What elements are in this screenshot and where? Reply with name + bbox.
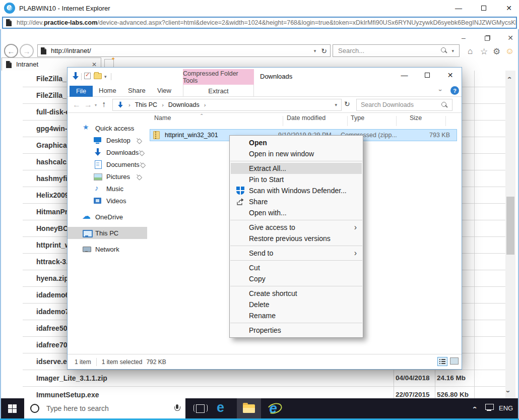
sidebar-item[interactable]: Pictures (68, 170, 147, 183)
column-header-type[interactable]: Type (351, 114, 364, 122)
sidebar-item[interactable]: Downloads (68, 146, 147, 158)
sidebar-item[interactable]: OneDrive (68, 211, 147, 223)
close-button[interactable]: ✕ (499, 2, 519, 15)
outer-address-bar[interactable]: http://dev.practice-labs.com/device-adva… (2, 17, 517, 29)
file-link[interactable]: idademo7 (36, 308, 69, 316)
file-link[interactable]: httrack-3. (36, 258, 68, 266)
file-link[interactable]: Imager_Lite_3.1.1.zip (36, 374, 107, 382)
file-link[interactable]: hashmyfil (36, 174, 69, 183)
context-menu-item[interactable]: Share › (231, 196, 362, 207)
context-menu-item[interactable]: › (230, 286, 362, 286)
scroll-up-icon[interactable]: › (504, 77, 513, 79)
context-menu-item[interactable]: Delete › (231, 299, 362, 310)
column-header-date[interactable]: Date modified (287, 114, 326, 122)
edge-icon[interactable]: e (217, 400, 224, 415)
context-menu-item[interactable]: Send to › (231, 248, 362, 259)
file-link[interactable]: Helix2009 (36, 191, 69, 199)
file-link[interactable]: ImmunetSetup.exe (36, 391, 99, 398)
back-button[interactable]: ← (4, 44, 18, 58)
sidebar-item[interactable]: Quick access (68, 122, 147, 134)
feedback-smiley-icon[interactable]: ☺ (505, 46, 514, 56)
task-view-icon[interactable] (193, 403, 207, 414)
context-menu-item[interactable]: Give access to › (231, 222, 362, 233)
file-link[interactable]: httprint_w (36, 241, 71, 249)
breadcrumb-downloads[interactable]: Downloads (168, 101, 200, 108)
column-header-size[interactable]: Size (410, 114, 422, 122)
ribbon-tab-home[interactable]: Home (99, 87, 116, 94)
file-link[interactable]: gpg4win- (36, 125, 67, 133)
sidebar-item[interactable]: This PC (68, 227, 147, 239)
file-list-row[interactable]: Imager_Lite_3.1.1.zip 04/04/2018 24.16 M… (23, 370, 505, 387)
file-link[interactable]: HoneyBO (36, 224, 69, 232)
file-link[interactable]: hyena.zip (36, 274, 69, 282)
column-divider[interactable] (347, 116, 348, 126)
taskbar-chevron-up-icon[interactable]: › (470, 406, 478, 409)
sidebar-item[interactable]: Music (68, 183, 147, 195)
column-divider[interactable] (283, 116, 283, 126)
details-view-icon[interactable] (437, 357, 447, 366)
breadcrumb-this-pc[interactable]: This PC (135, 101, 157, 108)
context-menu-item[interactable]: Open › (231, 137, 362, 148)
context-menu-item[interactable]: Open in new window › (231, 148, 362, 159)
taskbar-search-box[interactable]: Type here to search (24, 398, 185, 418)
thumbnail-view-icon[interactable] (450, 357, 459, 365)
file-link[interactable]: FileZilla_ (36, 91, 67, 99)
context-menu-item[interactable]: › (230, 220, 362, 220)
microphone-icon[interactable] (174, 404, 179, 412)
explorer-close-button[interactable]: ✕ (439, 69, 462, 82)
context-menu-item[interactable]: Scan with Windows Defender... › (231, 185, 362, 196)
search-icon[interactable] (441, 102, 448, 108)
context-menu-item[interactable]: Open with... › (231, 207, 362, 218)
explorer-search-box[interactable]: Search Downloads (356, 99, 452, 111)
nav-back-icon[interactable]: ← (73, 100, 81, 109)
context-menu-item[interactable]: Rename › (231, 310, 362, 321)
ribbon-tab-file[interactable]: File (70, 86, 93, 97)
taskbar-internet-explorer-icon[interactable]: e (261, 398, 285, 418)
context-menu-item[interactable]: › (230, 161, 362, 161)
nav-forward-icon[interactable]: → (84, 100, 92, 109)
file-link[interactable]: Graphica (36, 141, 67, 149)
column-divider[interactable] (396, 116, 397, 126)
nav-up-icon[interactable]: ↑ (102, 100, 106, 109)
file-link[interactable]: full-disk-e (36, 108, 70, 116)
settings-gear-icon[interactable]: ⚙ (493, 46, 500, 57)
start-button[interactable] (0, 398, 24, 418)
context-menu-item[interactable]: › (230, 246, 362, 246)
file-link[interactable]: idademo6 (36, 291, 69, 299)
qat-properties-icon[interactable] (84, 73, 91, 79)
refresh-icon[interactable]: ↻ (344, 100, 350, 108)
home-icon[interactable]: ⌂ (468, 46, 473, 56)
help-icon[interactable]: ? (450, 86, 459, 95)
column-divider[interactable] (445, 116, 446, 126)
sidebar-item[interactable]: Desktop (68, 134, 147, 146)
scrollbar-thumb[interactable] (506, 197, 514, 255)
sidebar-item[interactable]: Documents (68, 158, 147, 170)
context-menu-item[interactable]: Pin to Start › (231, 174, 362, 185)
inner-minimize-button[interactable]: – (453, 31, 474, 44)
breadcrumb-dropdown-icon[interactable]: ▾ (335, 102, 337, 107)
file-link[interactable]: FileZilla_ (36, 75, 67, 83)
qat-customize-icon[interactable]: ▾ (104, 74, 107, 79)
maximize-button[interactable] (474, 2, 494, 15)
sidebar-item[interactable]: Videos (68, 195, 147, 207)
file-link[interactable]: idafree50 (36, 324, 67, 332)
file-list-row[interactable]: ImmunetSetup.exe 22/07/2015 526.80 Kb (23, 387, 505, 398)
forward-button[interactable]: → (20, 44, 34, 58)
inner-restore-button[interactable] (477, 31, 497, 44)
context-menu-item[interactable]: Copy › (231, 273, 362, 284)
refresh-icon[interactable]: ↻ (321, 47, 327, 55)
explorer-maximize-button[interactable] (416, 69, 438, 82)
file-link[interactable]: idserve.e (36, 357, 67, 366)
search-icon[interactable] (441, 47, 447, 54)
file-link[interactable]: hashcalc. (36, 158, 69, 166)
ribbon-tab-extract[interactable]: Extract (183, 85, 254, 97)
context-menu-item[interactable]: Extract All... › (231, 163, 362, 174)
context-menu-item[interactable]: Create shortcut › (231, 288, 362, 299)
context-menu-item[interactable]: Restore previous versions › (231, 233, 362, 244)
column-header-name[interactable]: Name (154, 114, 171, 122)
breadcrumb[interactable]: › This PC › Downloads › ▾ (112, 99, 342, 111)
explorer-minimize-button[interactable]: — (393, 69, 416, 82)
file-link[interactable]: HitmanPr (36, 208, 68, 216)
context-menu-item[interactable]: Properties › (231, 325, 362, 336)
favorites-icon[interactable]: ☆ (480, 46, 488, 57)
